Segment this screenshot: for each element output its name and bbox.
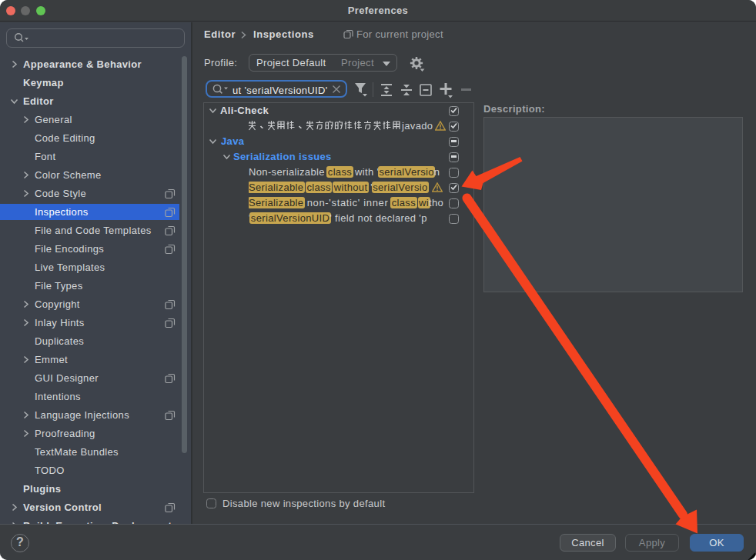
svg-text:javado: javado [401, 120, 433, 132]
